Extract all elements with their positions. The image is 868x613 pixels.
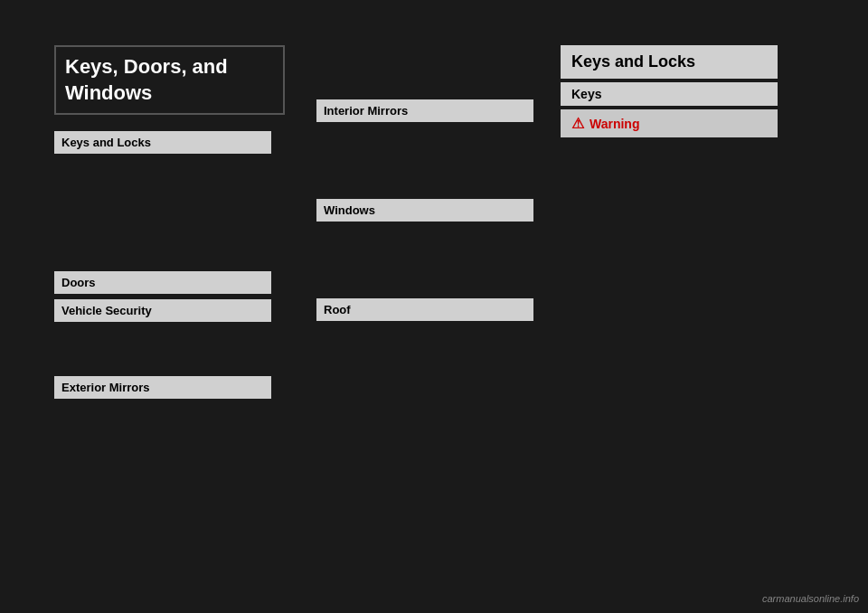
chapter-title-line2: Windows xyxy=(65,81,152,104)
chapter-title-line1: Keys, Doors, and xyxy=(65,55,228,78)
chapter-title: Keys, Doors, and Windows xyxy=(54,45,285,115)
right-column: Keys and Locks Keys ⚠ Warning xyxy=(542,36,814,559)
warning-triangle-icon: ⚠ xyxy=(571,115,584,132)
exterior-mirrors-link[interactable]: Exterior Mirrors xyxy=(54,376,271,399)
vehicle-security-link[interactable]: Vehicle Security xyxy=(54,299,271,322)
keys-and-locks-link[interactable]: Keys and Locks xyxy=(54,131,271,154)
interior-mirrors-link[interactable]: Interior Mirrors xyxy=(316,99,533,122)
roof-link[interactable]: Roof xyxy=(316,298,533,321)
left-column: Keys, Doors, and Windows Keys and Locks … xyxy=(54,36,298,559)
windows-link[interactable]: Windows xyxy=(316,199,533,222)
mid-column: Interior Mirrors Windows Roof xyxy=(298,36,542,559)
warning-box: ⚠ Warning xyxy=(561,109,778,137)
keys-label: Keys xyxy=(561,82,778,106)
watermark: carmanualsonline.info xyxy=(762,593,859,604)
keys-and-locks-title: Keys and Locks xyxy=(561,45,778,79)
main-content: Keys, Doors, and Windows Keys and Locks … xyxy=(54,36,814,559)
doors-link[interactable]: Doors xyxy=(54,271,271,294)
warning-label: Warning xyxy=(590,117,639,131)
